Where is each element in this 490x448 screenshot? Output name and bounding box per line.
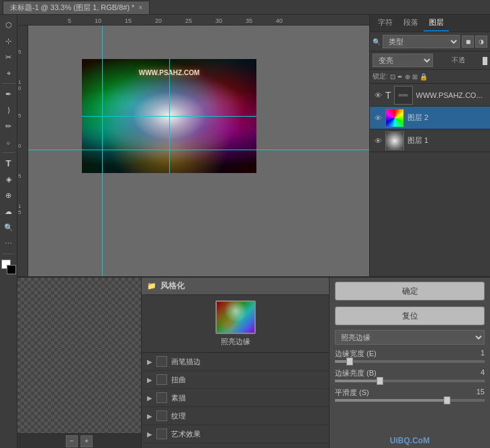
category-name-texture: 纹理	[171, 411, 186, 421]
ruler-tick: 0	[18, 143, 21, 149]
lock-all[interactable]: 🔒	[420, 73, 428, 80]
filter-category-title: 风格化	[160, 280, 185, 292]
ruler-tick: 5	[18, 113, 21, 119]
tool-path[interactable]: ◈	[1, 172, 16, 186]
category-name-sketch: 素描	[171, 393, 186, 403]
layer-thumb-2	[385, 109, 404, 127]
reset-button[interactable]: 复位	[335, 306, 485, 325]
tab-title: 未标题-1 @ 33.3% (图层 1, RGB/8#) *	[10, 3, 134, 13]
background-color[interactable]	[7, 265, 16, 274]
color-swatches[interactable]	[1, 260, 16, 274]
guide-horizontal	[28, 150, 369, 150]
layer-filter-adjust[interactable]: ◑	[475, 36, 487, 48]
tool-shape[interactable]: ⊕	[1, 188, 16, 203]
layer-visibility-text[interactable]: 👁	[373, 90, 383, 101]
param-edge-brightness-value: 4	[481, 368, 485, 378]
blend-mode-row: 变亮 不透 █	[370, 52, 490, 70]
filter-category-header: 📁 风格化	[142, 278, 329, 295]
param-edge-width: 边缘宽度 (E) 1	[335, 349, 485, 363]
layer-name-2: 图层 2	[407, 113, 487, 123]
tool-spot[interactable]: ⟩	[1, 103, 16, 117]
guide-vertical	[102, 25, 103, 276]
tool-lasso[interactable]: ✂	[1, 50, 16, 64]
tool-text[interactable]: T	[1, 156, 16, 170]
tool-divider-2	[3, 152, 15, 153]
tool-gradient[interactable]: ☁	[1, 204, 16, 219]
preview-nav: − +	[17, 433, 141, 448]
slider-thumb	[444, 396, 450, 404]
layer-visibility-2[interactable]: 👁	[373, 113, 383, 123]
layer-type-text-icon: T	[385, 90, 391, 101]
tool-divider-1	[3, 83, 15, 84]
layer-filter-pixel[interactable]: ◼	[462, 36, 474, 48]
category-sketch[interactable]: ▶ 素描	[142, 389, 329, 407]
param-edge-brightness: 边缘亮度 (B) 4	[335, 368, 485, 382]
tab-close-btn[interactable]: ×	[138, 4, 142, 11]
slider-fill	[335, 399, 447, 402]
opacity-label: 不透	[452, 56, 465, 65]
zoom-out-btn[interactable]: −	[66, 435, 78, 447]
lock-brush[interactable]: ✒	[397, 73, 403, 80]
blend-mode-select[interactable]: 变亮	[373, 54, 433, 67]
category-arrow: ▶	[147, 358, 152, 366]
param-edge-width-label: 边缘宽度 (E) 1	[335, 349, 485, 359]
category-texture[interactable]: ▶ 纹理	[142, 407, 329, 425]
filter-name-select[interactable]: 照亮边缘	[335, 330, 485, 345]
layer-type-select[interactable]: 类型	[383, 35, 460, 48]
featured-filter[interactable]: 照亮边缘	[142, 295, 329, 353]
param-edge-width-slider[interactable]	[335, 360, 485, 363]
tab-layers[interactable]: 图层	[424, 15, 449, 32]
tool-crop[interactable]: ⌖	[1, 66, 16, 80]
filter-select-row: 照亮边缘	[335, 330, 485, 345]
layers-panel: 🔍 类型 ◼ ◑ 变亮 不透	[370, 32, 490, 152]
tool-marquee[interactable]: ⊹	[1, 34, 16, 48]
category-arrow: ▶	[147, 431, 152, 438]
layer-item-1[interactable]: 👁 图层 1	[370, 129, 490, 152]
category-brushstrokes[interactable]: ▶ 画笔描边	[142, 353, 329, 371]
ok-button[interactable]: 确定	[335, 282, 485, 300]
category-name-brushstrokes: 画笔描边	[171, 357, 201, 367]
param-smoothness-value: 15	[477, 388, 485, 398]
tool-brush[interactable]: ✏	[1, 119, 16, 133]
canvas-image: WWW.PSAHZ.COM	[82, 59, 256, 173]
tool-divider-3	[3, 254, 15, 254]
search-icons: ◼ ◑	[462, 36, 487, 48]
layer-visibility-1[interactable]: 👁	[373, 135, 383, 146]
layer-item-text[interactable]: 👁 T WWW WWW.PSAHZ.CO...	[370, 84, 490, 107]
lock-icons: ⊡ ✒ ⊕ ⊞ 🔒	[390, 73, 428, 80]
tool-select[interactable]: ⬡	[1, 17, 16, 32]
ruler-tick: 10	[18, 79, 21, 91]
filter-preview-panel: − +	[17, 278, 142, 448]
zoom-in-btn[interactable]: +	[81, 435, 93, 447]
category-list: ▶ 画笔描边 ▶ 扭曲 ▶ 素描 ▶	[142, 353, 329, 448]
param-edge-brightness-slider[interactable]	[335, 380, 485, 382]
lock-artboard[interactable]: ⊞	[412, 73, 418, 80]
image-guide-v	[169, 59, 170, 173]
tab-character[interactable]: 字符	[373, 15, 398, 32]
tool-zoom[interactable]: 🔍	[1, 220, 16, 235]
ruler-vertical: 5 10 5 0 5 15	[17, 25, 28, 276]
document-tab[interactable]: 未标题-1 @ 33.3% (图层 1, RGB/8#) * ×	[3, 1, 150, 14]
lock-row: 锁定: ⊡ ✒ ⊕ ⊞ 🔒	[370, 70, 490, 84]
param-smoothness-slider[interactable]	[335, 399, 485, 402]
category-artistic[interactable]: ▶ 艺术效果	[142, 425, 329, 443]
category-distort[interactable]: ▶ 扭曲	[142, 371, 329, 389]
tab-bar: 未标题-1 @ 33.3% (图层 1, RGB/8#) * ×	[0, 0, 490, 15]
left-toolbar: ⬡ ⊹ ✂ ⌖ ✒ ⟩ ✏ ⬦ T ◈ ⊕ ☁ 🔍 ⋯	[0, 15, 17, 448]
panel-tabs: 字符 段落 图层	[370, 15, 490, 32]
lock-checkerboard[interactable]: ⊡	[390, 73, 395, 80]
category-name-artistic: 艺术效果	[171, 429, 201, 439]
param-smoothness: 平滑度 (S) 15	[335, 388, 485, 402]
ruler-tick: 40	[276, 17, 283, 24]
tab-paragraph[interactable]: 段落	[398, 15, 424, 32]
opacity-value: █	[467, 57, 487, 64]
right-panels: 字符 段落 图层 🔍 类型 ◼ ◑	[369, 15, 490, 276]
layer-item-2[interactable]: 👁 图层 2	[370, 107, 490, 129]
featured-filter-label: 照亮边缘	[221, 337, 250, 347]
category-icon-distort	[156, 374, 167, 385]
lock-move[interactable]: ⊕	[405, 73, 410, 80]
canvas-area[interactable]: 5 10 15 20 25 30 35 40 5 10 5 0 5 15	[17, 15, 369, 276]
tool-eyedropper[interactable]: ✒	[1, 87, 16, 101]
tool-extra[interactable]: ⋯	[1, 236, 16, 251]
tool-clone[interactable]: ⬦	[1, 135, 16, 150]
